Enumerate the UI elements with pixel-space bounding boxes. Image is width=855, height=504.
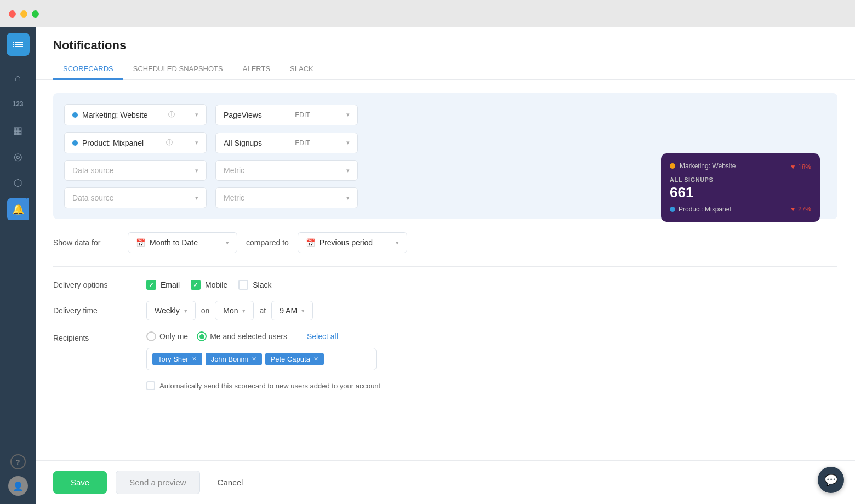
numbers-icon: 123 [12,100,23,108]
metric-chevron-1: ▾ [346,111,350,118]
preview-button[interactable]: Send a preview [116,471,200,494]
tab-slack[interactable]: SLACK [280,59,323,80]
select-all-link[interactable]: Select all [307,332,338,341]
info-icon-1[interactable]: ⓘ [168,110,175,119]
app-logo[interactable] [7,33,30,56]
source-chevron-3: ▾ [195,167,198,174]
email-checkbox[interactable] [146,280,156,290]
source-chevron-2: ▾ [195,139,198,146]
preview-pct-below: ▼ 27% [790,205,811,213]
metric-dropdown-1[interactable]: PageViews EDIT ▾ [215,105,358,125]
chat-fab[interactable]: 💬 [818,467,844,493]
tag-john-bonini: John Bonini ✕ [206,353,262,365]
tag-label-tory-sher: Tory Sher [158,355,189,363]
me-and-users-option[interactable]: Me and selected users [197,331,287,341]
bar-chart-icon: ▦ [13,124,22,136]
preview-metric-name: ALL SIGNUPS [670,176,811,183]
delivery-time-label: Delivery time [53,306,135,315]
metric-edit-1[interactable]: EDIT [295,111,310,119]
save-button[interactable]: Save [53,471,107,494]
source-name-2: Product: Mixpanel [82,139,144,147]
auto-send-checkbox[interactable] [146,381,155,390]
auto-send-text: Automatically send this scorecard to new… [159,382,380,390]
source-placeholder-3: Data source [72,166,113,175]
chat-icon: 💬 [824,473,838,486]
show-data-row: Show data for 📅 Month to Date ▾ compared… [53,232,837,267]
source-chevron-4: ▾ [195,194,198,202]
slack-checkbox-label[interactable]: Slack [238,280,271,290]
home-icon: ⌂ [15,72,21,84]
main-content: Notifications SCORECARDS SCHEDULED SNAPS… [36,27,855,504]
source-dropdown-4[interactable]: Data source ▾ [64,187,207,208]
source-placeholder-4: Data source [72,193,113,202]
footer-bar: Save Send a preview Cancel [36,460,855,504]
delivery-time-controls: Weekly ▾ on Mon ▾ at 9 AM ▾ [146,301,313,320]
day-value: Mon [223,306,238,315]
delivery-options-section: Delivery options Email Mobile Slack Deli… [53,280,837,390]
metric-edit-2[interactable]: EDIT [295,139,310,147]
sidebar-item-numbers[interactable]: 123 [7,93,29,115]
metric-row-1: Marketing: Website ⓘ ▾ PageViews EDIT ▾ [64,104,827,125]
day-dropdown[interactable]: Mon ▾ [215,301,254,320]
metric-placeholder-3: Metric [224,166,244,175]
tab-scheduled-snapshots[interactable]: SCHEDULED SNAPSHOTS [123,59,233,80]
metric-chevron-2: ▾ [346,139,350,146]
only-me-option[interactable]: Only me [146,331,188,341]
calendar-icon-period: 📅 [136,238,145,247]
sidebar-item-data[interactable]: ⬡ [7,172,29,194]
metric-row-2: Product: Mixpanel ⓘ ▾ All Signups EDIT ▾ [64,132,827,153]
metric-chevron-3: ▾ [346,167,350,174]
remove-tag-pete-caputa[interactable]: ✕ [314,356,318,363]
source-dropdown-3[interactable]: Data source ▾ [64,160,207,181]
sidebar-item-notifications[interactable]: 🔔 [7,198,29,220]
source-dropdown-2[interactable]: Product: Mixpanel ⓘ ▾ [64,132,207,153]
tag-pete-caputa: Pete Caputa ✕ [265,353,324,365]
period-dropdown-arrow: ▾ [226,239,229,247]
metric-chevron-4: ▾ [346,194,350,202]
mobile-checkbox-label[interactable]: Mobile [191,280,227,290]
period-value: Month to Date [150,238,198,247]
compare-period-dropdown[interactable]: 📅 Previous period ▾ [298,232,407,253]
source-dropdown-1[interactable]: Marketing: Website ⓘ ▾ [64,104,207,125]
delivery-options-row: Delivery options Email Mobile Slack [53,280,837,290]
tag-label-john-bonini: John Bonini [211,355,248,363]
remove-tag-tory-sher[interactable]: ✕ [192,356,197,363]
compare-dropdown-arrow: ▾ [396,239,399,247]
metric-dropdown-3[interactable]: Metric ▾ [215,160,358,181]
help-button[interactable]: ? [10,454,26,469]
source-name-1: Marketing: Website [82,111,148,119]
sidebar-item-goals[interactable]: ◎ [7,146,29,168]
on-label: on [201,306,210,315]
calendar-icon-compare: 📅 [306,238,315,247]
tab-scorecards[interactable]: SCORECARDS [53,59,123,80]
mobile-checkbox[interactable] [191,280,201,290]
metric-placeholder-4: Metric [224,193,244,202]
only-me-radio[interactable] [146,331,156,341]
preview-source-dot [670,163,675,169]
show-data-label: Show data for [53,238,119,247]
time-dropdown[interactable]: 9 AM ▾ [271,301,313,320]
sidebar-item-home[interactable]: ⌂ [7,67,29,89]
sidebar-bottom: ? 👤 [8,454,28,504]
period-dropdown[interactable]: 📅 Month to Date ▾ [128,232,237,253]
preview-source-name: Marketing: Website [680,162,736,170]
me-and-users-label: Me and selected users [210,332,287,341]
minimize-button[interactable] [20,10,27,18]
tab-alerts[interactable]: ALERTS [233,59,280,80]
metric-dropdown-2[interactable]: All Signups EDIT ▾ [215,133,358,153]
me-and-users-radio[interactable] [197,331,207,341]
sidebar-item-reports[interactable]: ▦ [7,119,29,141]
email-checkbox-label[interactable]: Email [146,280,180,290]
frequency-dropdown[interactable]: Weekly ▾ [146,301,196,320]
metric-dropdown-4[interactable]: Metric ▾ [215,187,358,208]
radio-group: Only me Me and selected users Select all [146,331,377,341]
fullscreen-button[interactable] [32,10,39,18]
slack-checkbox[interactable] [238,280,248,290]
remove-tag-john-bonini[interactable]: ✕ [252,356,256,363]
info-icon-2[interactable]: ⓘ [166,138,173,147]
cancel-button[interactable]: Cancel [209,471,252,494]
target-icon: ◎ [14,151,22,163]
close-button[interactable] [9,10,16,18]
preview-source-row: Product: Mixpanel ▼ 27% [670,205,811,213]
user-avatar[interactable]: 👤 [8,476,28,496]
